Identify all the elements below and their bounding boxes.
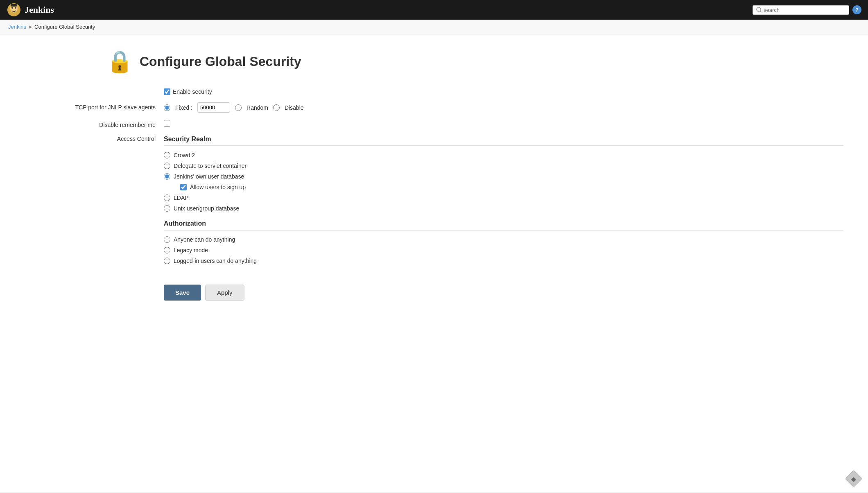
- main-content: 🔒 Configure Global Security Enable secur…: [0, 34, 868, 492]
- sr-unix-option: Unix user/group database: [164, 205, 843, 212]
- breadcrumb: Jenkins ▶ Configure Global Security: [0, 20, 868, 34]
- jnlp-fixed-radio[interactable]: [164, 104, 170, 111]
- svg-point-2: [11, 7, 13, 9]
- disable-remember-me-checkbox[interactable]: [164, 120, 170, 127]
- allow-signup-checkbox[interactable]: [180, 184, 187, 190]
- disable-remember-me-label: Disable remember me: [25, 120, 164, 128]
- az-anyone-label: Anyone can do anything: [174, 236, 235, 243]
- sr-delegate-radio[interactable]: [164, 163, 170, 169]
- svg-rect-4: [11, 4, 17, 7]
- svg-point-5: [757, 7, 761, 11]
- disable-remember-me-row: Disable remember me: [25, 120, 843, 128]
- allow-signup-label: Allow users to sign up: [190, 184, 246, 190]
- sr-jenkins-own-radio[interactable]: [164, 173, 170, 180]
- sr-ldap-radio[interactable]: [164, 194, 170, 201]
- sr-ldap-label: LDAP: [174, 194, 189, 201]
- help-icon[interactable]: ?: [852, 5, 861, 14]
- save-button[interactable]: Save: [164, 285, 201, 301]
- jnlp-options: Fixed : Random Disable: [164, 102, 304, 113]
- navbar-brand: Jenkins: [7, 2, 54, 17]
- sr-jenkins-own-label: Jenkins' own user database: [174, 173, 244, 180]
- allow-signup-option: Allow users to sign up: [180, 184, 843, 190]
- az-legacy-option: Legacy mode: [164, 247, 843, 253]
- svg-point-3: [15, 7, 16, 9]
- search-box[interactable]: [753, 5, 849, 15]
- jenkins-logo-icon: [7, 2, 21, 17]
- page-title-row: 🔒 Configure Global Security: [106, 51, 843, 72]
- sr-unix-label: Unix user/group database: [174, 205, 239, 212]
- jnlp-label: TCP port for JNLP slave agents: [25, 102, 164, 111]
- sr-unix-radio[interactable]: [164, 205, 170, 212]
- enable-security-label-cell: [25, 88, 164, 90]
- enable-security-checkbox-wrapper: Enable security: [164, 88, 212, 95]
- navbar: Jenkins ?: [0, 0, 868, 20]
- authorization-header: Authorization: [164, 220, 843, 231]
- sr-delegate-label: Delegate to servlet container: [174, 163, 246, 169]
- az-anyone-option: Anyone can do anything: [164, 236, 843, 243]
- breadcrumb-separator: ▶: [29, 24, 32, 29]
- az-legacy-radio[interactable]: [164, 247, 170, 253]
- az-legacy-label: Legacy mode: [174, 247, 208, 253]
- sr-jenkins-own-option: Jenkins' own user database: [164, 173, 843, 180]
- search-icon: [756, 7, 762, 13]
- jnlp-disable-label: Disable: [285, 104, 304, 111]
- az-anyone-radio[interactable]: [164, 236, 170, 243]
- az-loggedin-label: Logged-in users can do anything: [174, 258, 257, 264]
- access-control-panel: Security Realm Crowd 2 Delegate to servl…: [164, 136, 843, 268]
- jnlp-row: TCP port for JNLP slave agents Fixed : R…: [25, 102, 843, 113]
- button-row: Save Apply: [164, 285, 843, 301]
- disable-remember-me-control: [164, 120, 843, 127]
- search-input[interactable]: [764, 7, 845, 13]
- sr-crowd2-option: Crowd 2: [164, 152, 843, 158]
- sr-crowd2-radio[interactable]: [164, 152, 170, 158]
- enable-security-row: Enable security: [25, 88, 843, 95]
- az-loggedin-option: Logged-in users can do anything: [164, 258, 843, 264]
- enable-security-control: Enable security: [164, 88, 843, 95]
- security-realm-header: Security Realm: [164, 136, 843, 146]
- svg-line-6: [760, 11, 762, 12]
- page-title: Configure Global Security: [140, 54, 301, 69]
- jnlp-disable-radio[interactable]: [273, 104, 280, 111]
- navbar-title: Jenkins: [25, 5, 54, 15]
- jnlp-control: Fixed : Random Disable: [164, 102, 843, 113]
- az-loggedin-radio[interactable]: [164, 258, 170, 264]
- breadcrumb-home[interactable]: Jenkins: [8, 24, 26, 30]
- jnlp-fixed-label: Fixed :: [175, 104, 192, 111]
- lock-icon: 🔒: [106, 51, 133, 72]
- breadcrumb-current: Configure Global Security: [34, 24, 95, 30]
- corner-arrow-icon: ◆: [851, 475, 856, 483]
- jnlp-random-radio[interactable]: [235, 104, 242, 111]
- sr-crowd2-label: Crowd 2: [174, 152, 195, 158]
- apply-button[interactable]: Apply: [205, 285, 244, 301]
- jnlp-fixed-input[interactable]: [197, 102, 230, 113]
- sr-delegate-option: Delegate to servlet container: [164, 163, 843, 169]
- access-control-row: Access Control Security Realm Crowd 2 De…: [25, 136, 843, 268]
- access-control-label: Access Control: [25, 136, 164, 142]
- enable-security-checkbox[interactable]: [164, 88, 170, 95]
- enable-security-label: Enable security: [173, 88, 212, 95]
- jnlp-random-label: Random: [246, 104, 268, 111]
- sr-ldap-option: LDAP: [164, 194, 843, 201]
- navbar-right: ?: [753, 5, 861, 15]
